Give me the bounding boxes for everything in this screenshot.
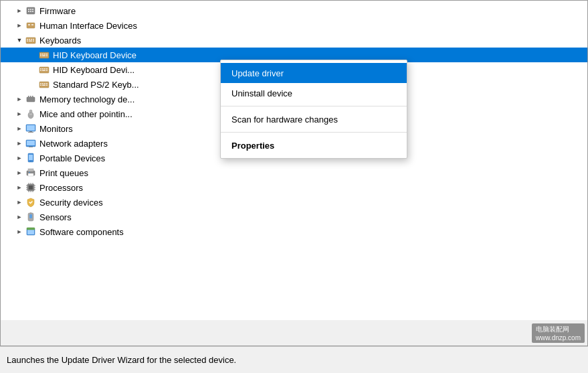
hid-keyboard-2-label: HID Keyboard Devi...: [53, 65, 134, 75]
svg-rect-19: [40, 54, 41, 55]
memory-icon: [25, 93, 37, 105]
monitors-label: Monitors: [39, 124, 73, 134]
portable-label: Portable Devices: [39, 153, 105, 163]
watermark-line1: 电脑装配网: [536, 325, 569, 333]
tree-item-hid[interactable]: ► Human Interface Devices: [1, 18, 587, 33]
svg-rect-38: [46, 83, 47, 84]
svg-rect-24: [42, 56, 45, 57]
sensors-label: Sensors: [39, 212, 72, 222]
processors-label: Processors: [39, 183, 83, 193]
svg-rect-44: [30, 96, 31, 98]
firmware-label: Firmware: [39, 6, 76, 16]
svg-rect-25: [46, 56, 47, 57]
sensors-icon: [25, 211, 37, 223]
tree-item-keyboards[interactable]: ▼ Keyboards: [1, 33, 587, 48]
svg-rect-27: [40, 68, 41, 70]
portable-icon: [25, 152, 37, 164]
svg-point-49: [29, 110, 32, 113]
svg-rect-28: [42, 68, 43, 70]
mice-label: Mice and other pointin...: [39, 109, 132, 119]
svg-rect-16: [29, 41, 32, 42]
menu-separator-1: [221, 106, 407, 106]
svg-rect-1: [28, 9, 29, 10]
network-label: Network adapters: [39, 139, 108, 149]
memory-label: Memory technology de...: [39, 94, 134, 104]
chevron-monitors: ►: [14, 123, 25, 134]
svg-rect-35: [40, 83, 41, 84]
svg-rect-36: [42, 83, 43, 84]
menu-update-driver[interactable]: Update driver: [221, 63, 407, 83]
svg-rect-62: [28, 173, 33, 176]
svg-rect-23: [40, 56, 41, 57]
hid-keyboard-1-label: HID Keyboard Device: [53, 50, 136, 60]
svg-rect-15: [27, 41, 28, 42]
hid-keyboard-1-icon: [38, 49, 50, 61]
svg-rect-12: [29, 39, 30, 40]
chevron-sensors: ►: [14, 212, 25, 222]
svg-rect-61: [28, 169, 33, 171]
svg-rect-37: [44, 83, 45, 84]
svg-rect-56: [29, 147, 33, 147]
svg-rect-7: [27, 23, 35, 28]
svg-rect-45: [32, 96, 33, 98]
svg-rect-9: [31, 24, 33, 25]
svg-point-59: [30, 161, 31, 162]
hid-icon: [25, 19, 37, 31]
network-icon: [25, 137, 37, 149]
scan-hardware-label: Scan for hardware changes: [231, 115, 338, 125]
keyboards-icon: [25, 34, 37, 46]
svg-rect-20: [42, 54, 43, 55]
tree-item-firmware[interactable]: ► Firmware: [1, 3, 587, 18]
menu-uninstall-device[interactable]: Uninstall device: [221, 83, 407, 103]
svg-rect-30: [46, 68, 47, 70]
status-bar: Launches the Update Driver Wizard for th…: [0, 346, 588, 373]
menu-properties[interactable]: Properties: [221, 135, 407, 155]
keyboards-label: Keyboards: [39, 35, 81, 46]
software-label: Software components: [39, 227, 124, 237]
svg-rect-17: [33, 41, 34, 42]
chevron-software: ►: [14, 226, 25, 237]
chevron-print: ►: [14, 167, 25, 178]
svg-rect-2: [30, 9, 31, 10]
svg-rect-83: [27, 228, 35, 230]
properties-label: Properties: [231, 141, 274, 151]
svg-rect-13: [31, 39, 32, 40]
svg-rect-8: [28, 24, 30, 25]
tree-item-print[interactable]: ► Print queues: [1, 165, 587, 180]
hid-keyboard-2-icon: [38, 64, 50, 76]
svg-rect-55: [27, 141, 35, 145]
menu-separator-2: [221, 132, 407, 133]
svg-rect-22: [46, 54, 47, 55]
svg-rect-33: [46, 70, 47, 72]
svg-rect-14: [33, 39, 34, 40]
mice-icon: [25, 108, 37, 120]
svg-rect-58: [29, 155, 33, 160]
software-icon: [25, 226, 37, 238]
svg-rect-29: [44, 68, 45, 70]
chevron-processors: ►: [14, 182, 25, 193]
uninstall-device-label: Uninstall device: [231, 88, 292, 98]
firmware-icon: [25, 5, 37, 17]
security-label: Security devices: [39, 198, 103, 208]
print-label: Print queues: [39, 168, 88, 178]
update-driver-label: Update driver: [231, 68, 284, 78]
tree-item-sensors[interactable]: ► Sensors: [1, 210, 587, 224]
tree-item-security[interactable]: ► Security devices: [1, 195, 587, 210]
print-icon: [25, 167, 37, 179]
svg-rect-82: [27, 230, 34, 234]
tree-item-processors[interactable]: ► Processors: [1, 180, 587, 195]
svg-rect-51: [27, 125, 35, 131]
svg-rect-11: [27, 39, 28, 40]
chevron-hid: ►: [14, 20, 25, 31]
menu-scan-hardware[interactable]: Scan for hardware changes: [221, 109, 407, 129]
chevron-mice: ►: [14, 108, 25, 119]
hid-label: Human Interface Devices: [39, 21, 137, 31]
chevron-network: ►: [14, 138, 25, 149]
context-menu: Update driver Uninstall device Scan for …: [220, 60, 407, 159]
device-tree: ► Firmware ► Human Interface Devices ▼: [1, 1, 587, 320]
chevron-security: ►: [14, 197, 25, 208]
ps2-label: Standard PS/2 Keyb...: [53, 80, 139, 90]
tree-item-software[interactable]: ► Software components: [1, 224, 587, 239]
status-text: Launches the Update Driver Wizard for th…: [7, 355, 236, 365]
svg-rect-53: [28, 132, 33, 133]
